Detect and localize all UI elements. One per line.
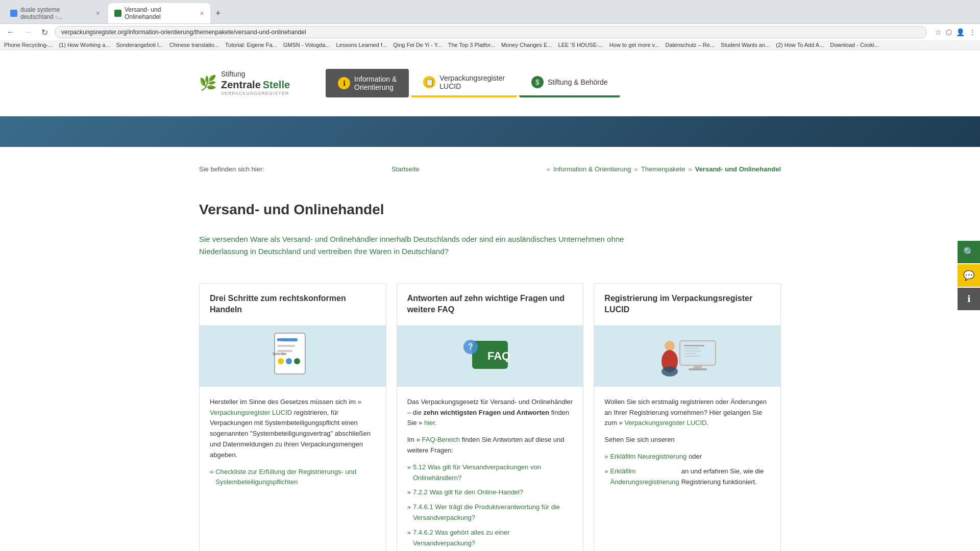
bookmark-3[interactable]: Chinese translatio... — [169, 42, 219, 48]
card-2-link-512[interactable]: 5.12 Was gilt für Versandverpackungen vo… — [413, 462, 573, 484]
card-2-faq-link[interactable]: FAQ-Bereich — [422, 436, 460, 443]
card-3-list: Erkläfilm Neuregistrierung oder Erkläfil… — [604, 452, 770, 487]
tab-close-2[interactable]: ✕ — [200, 10, 204, 17]
document-svg-icon: 3 Schritte — [270, 331, 315, 382]
main-content: Versand- und Onlinehandel Sie versenden … — [184, 191, 796, 551]
bookmark-1[interactable]: (1) How Working a... — [59, 42, 110, 48]
tab-favicon-1 — [10, 10, 17, 17]
bookmark-7[interactable]: Qing Fei De Yi - Y... — [393, 42, 442, 48]
bookmark-6[interactable]: Lessons Learned f... — [336, 42, 387, 48]
card-2-link-722[interactable]: 7.2.2 Was gilt für den Online-Handel? — [413, 487, 523, 498]
reload-button[interactable]: ↻ — [39, 27, 51, 38]
bookmark-2[interactable]: Sonderangeboti l... — [116, 42, 163, 48]
svg-point-5 — [286, 358, 292, 364]
chat-side-button[interactable]: 💬 — [958, 264, 980, 287]
back-button[interactable]: ← — [4, 27, 17, 38]
breadcrumb-prefix: Sie befinden sich hier: — [199, 165, 264, 173]
main-nav: ℹ Information & Orientierung 📋 Verpackun… — [326, 69, 620, 97]
card-3-lucid-link[interactable]: Verpackungsregister LUCID — [624, 419, 706, 427]
faq-svg-icon: FAQ ? — [459, 336, 521, 377]
logo-stelle: Stelle — [263, 79, 290, 90]
nav-item-info[interactable]: ℹ Information & Orientierung — [326, 69, 409, 97]
nav-item-stiftung[interactable]: $ Stiftung & Behörde — [519, 69, 620, 97]
bookmarks-bar: Phone Recycling-... (1) How Working a...… — [0, 40, 980, 50]
svg-point-4 — [278, 358, 284, 364]
bookmark-star-icon[interactable]: ☆ — [935, 28, 942, 36]
card-2-hier-link[interactable]: hier — [424, 419, 435, 427]
breadcrumb-sep-2: » — [634, 165, 638, 173]
menu-icon[interactable]: ⋮ — [969, 28, 976, 36]
bookmark-4[interactable]: Tutorial: Eigene Fa... — [225, 42, 277, 48]
address-input[interactable] — [55, 26, 927, 38]
nav-info-label: Information & Orientierung — [354, 75, 397, 91]
card-3-erklfilm-aend[interactable]: Erkläfilm Änderungsregistrierung — [610, 466, 679, 488]
bookmark-8[interactable]: The Top 3 Platfor... — [448, 42, 495, 48]
forward-button[interactable]: → — [21, 27, 35, 38]
breadcrumb-current: Versand- und Onlinehandel — [695, 165, 781, 173]
svg-rect-15 — [684, 345, 704, 346]
bookmark-15[interactable]: Download - Cooki... — [830, 42, 879, 48]
breadcrumb-info[interactable]: Information & Orientierung — [553, 165, 631, 173]
nav-item-lucid[interactable]: 📋 Verpackungsregister LUCID — [411, 69, 517, 97]
svg-rect-2 — [277, 345, 295, 347]
card-faq: Antworten auf zehn wichtige Fragen und w… — [397, 283, 584, 551]
card-2-list-item-2: 7.2.2 Was gilt für den Online-Handel? — [407, 487, 573, 498]
card-1-text-1: Hersteller im Sinne des Gesetzes müssen … — [210, 398, 356, 406]
card-2-list: 5.12 Was gilt für Versandverpackungen vo… — [407, 462, 573, 549]
card-2-list-item-3: 7.4.6.1 Wer trägt die Produktverantwortu… — [407, 502, 573, 523]
logo-text: Stiftung Zentrale Stelle VERPACKUNGSREGI… — [221, 70, 290, 96]
bookmark-10[interactable]: LEE 'S HOUSE-... — [558, 42, 603, 48]
bookmark-12[interactable]: Datenschutz – Re... — [665, 42, 715, 48]
info-side-button[interactable]: ℹ — [958, 288, 980, 310]
card-3-erklfilm-neu[interactable]: Erkläfilm Neuregistrierung — [610, 452, 687, 462]
bookmark-5[interactable]: GMSN - Vologda... — [283, 42, 330, 48]
breadcrumb: Sie befinden sich hier: Startseite » Inf… — [184, 147, 796, 191]
nav-info-icon: ℹ — [338, 77, 350, 89]
toolbar-icons: ☆ ⬡ 👤 ⋮ — [935, 28, 976, 36]
site-header: 🌿 Stiftung Zentrale Stelle VERPACKUNGSRE… — [0, 50, 980, 116]
tab-close-1[interactable]: ✕ — [95, 10, 100, 17]
bookmark-13[interactable]: Student Wants an... — [721, 42, 770, 48]
card-1-checklist-link[interactable]: Checkliste zur Erfüllung der Registrieru… — [215, 467, 375, 488]
card-3-list-suffix-1: oder — [689, 452, 702, 462]
logo-subtitle: VERPACKUNGSREGISTER — [221, 91, 290, 96]
card-3-header: Registrierung im Verpackungsregister LUC… — [594, 284, 780, 325]
header-inner: 🌿 Stiftung Zentrale Stelle VERPACKUNGSRE… — [184, 60, 796, 107]
bookmark-14[interactable]: (2) How To Add A... — [776, 42, 824, 48]
logo-area[interactable]: 🌿 Stiftung Zentrale Stelle VERPACKUNGSRE… — [184, 60, 305, 107]
svg-rect-16 — [684, 348, 699, 349]
breadcrumb-sep-1: » — [547, 165, 550, 173]
tab-label-2: Versand- und Onlinehandel — [125, 6, 197, 20]
card-1-list-item-1: Checkliste zur Erfüllung der Registrieru… — [210, 467, 376, 488]
svg-rect-18 — [684, 353, 697, 354]
svg-rect-21 — [689, 368, 707, 370]
nav-lucid-label: Verpackungsregister LUCID — [439, 74, 505, 90]
bookmark-9[interactable]: Money Changes E... — [501, 42, 552, 48]
tab-inactive[interactable]: duale systeme deutschland -... ✕ — [4, 3, 106, 23]
intro-text: Sie versenden Ware als Versand- und Onli… — [199, 233, 658, 258]
profile-icon[interactable]: 👤 — [956, 28, 965, 36]
card-1-link-lucid[interactable]: Verpackungsregister LUCID — [210, 409, 292, 416]
new-tab-button[interactable]: + — [212, 8, 224, 19]
svg-point-6 — [294, 358, 300, 364]
breadcrumb-sep-3: » — [688, 165, 692, 173]
tab-active[interactable]: Versand- und Onlinehandel ✕ — [108, 3, 210, 23]
search-side-button[interactable]: 🔍 — [958, 241, 980, 263]
card-2-link-7461[interactable]: 7.4.6.1 Wer trägt die Produktverantwortu… — [413, 502, 573, 523]
svg-text:FAQ: FAQ — [487, 349, 510, 362]
breadcrumb-startseite[interactable]: Startseite — [376, 156, 435, 182]
card-2-link-7462[interactable]: 7.4.6.2 Was gehört alles zu einer Versan… — [413, 528, 573, 549]
breadcrumb-themenpakete[interactable]: Themenpakete — [641, 165, 685, 173]
nav-stiftung-label: Stiftung & Behörde — [548, 78, 608, 86]
extensions-icon[interactable]: ⬡ — [946, 28, 952, 36]
bookmark-0[interactable]: Phone Recycling-... — [4, 42, 53, 48]
tab-bar: duale systeme deutschland -... ✕ Versand… — [0, 0, 980, 23]
tab-favicon-2 — [114, 10, 121, 17]
cards-row: Drei Schritte zum rechtskonformen Handel… — [199, 283, 781, 551]
address-bar-row: ← → ↻ ☆ ⬡ 👤 ⋮ — [0, 23, 980, 40]
card-registrierung: Registrierung im Verpackungsregister LUC… — [594, 283, 781, 551]
card-2-bold: zehn wichtigsten Fragen und Antworten — [424, 409, 550, 416]
bookmark-11[interactable]: How to get more v... — [609, 42, 659, 48]
card-1-header: Drei Schritte zum rechtskonformen Handel… — [200, 284, 386, 325]
card-3-list-item-1: Erkläfilm Neuregistrierung oder — [604, 452, 770, 462]
